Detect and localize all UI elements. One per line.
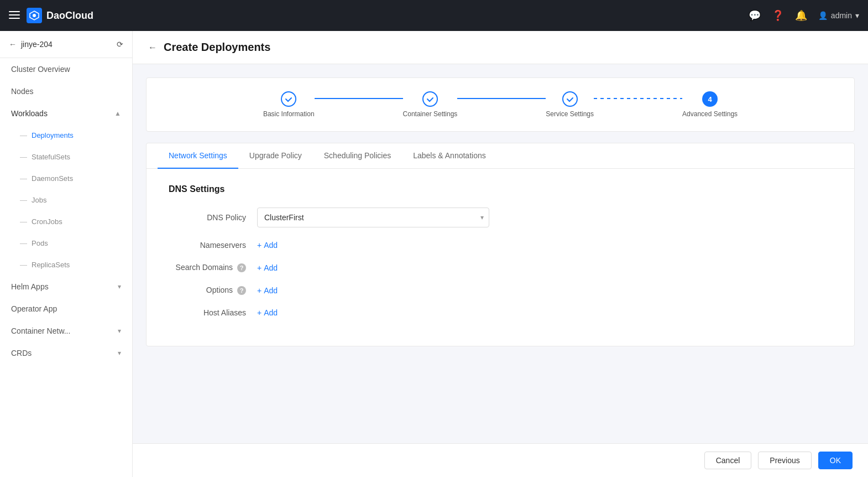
user-name: admin [831,11,852,20]
user-avatar-icon: 👤 [818,11,828,20]
add-label: Add [264,241,278,250]
nav-icons: 💬 ❓ 🔔 👤 admin ▾ [749,9,859,22]
hamburger-menu[interactable] [9,9,20,22]
previous-button[interactable]: Previous [758,452,811,469]
dns-policy-label: DNS Policy [169,213,246,222]
notification-icon[interactable]: 🔔 [795,9,807,22]
step-circle-service-settings [562,91,578,107]
plus-icon: + [257,308,262,317]
search-domains-add-button[interactable]: + Add [257,263,278,272]
sidebar-header: ← jinye-204 ⟳ [0,31,132,58]
dns-policy-select[interactable]: ClusterFirst ClusterFirstWithHostNet Def… [257,208,489,227]
sidebar-item-operator-app[interactable]: Operator App [0,298,132,320]
dash-icon: — [20,217,27,226]
sidebar-item-label: CronJobs [32,217,121,226]
add-label: Add [264,308,278,317]
sidebar-item-helm-apps[interactable]: Helm Apps ▾ [0,276,132,298]
sidebar-item-label: Deployments [32,131,121,139]
add-label: Add [264,286,278,295]
form-row-host-aliases: Host Aliases + Add [169,308,832,317]
host-aliases-add-button[interactable]: + Add [257,308,278,317]
dash-icon: — [20,261,27,269]
sidebar-item-label: Jobs [32,196,121,204]
sidebar-item-cluster-overview[interactable]: Cluster Overview [0,58,132,80]
footer: Cancel Previous OK [133,443,868,477]
tab-upgrade-policy[interactable]: Upgrade Policy [238,143,313,169]
step-label-advanced-settings: Advanced Settings [682,110,738,118]
sidebar-item-label: CRDs [11,349,32,357]
step-connector-3 [594,98,682,99]
add-label: Add [264,263,278,272]
sidebar-item-label: ReplicaSets [32,261,121,269]
dns-policy-select-wrapper: ClusterFirst ClusterFirstWithHostNet Def… [257,208,489,227]
main-content: ← Create Deployments Basic Information C… [133,31,868,477]
step-container-settings: Container Settings [403,91,458,118]
chevron-down-icon: ▾ [855,11,859,20]
svg-rect-2 [9,18,20,19]
sidebar-item-label: Container Netw... [11,326,70,335]
refresh-icon[interactable]: ⟳ [117,40,123,49]
plus-icon: + [257,286,262,295]
dash-icon: — [20,196,27,204]
sidebar-item-crds[interactable]: CRDs ▾ [0,342,132,364]
search-domains-control: + Add [257,263,489,272]
sidebar-item-label: Helm Apps [11,282,49,291]
sidebar-item-replicasets[interactable]: — ReplicaSets [0,254,132,276]
sidebar-item-workloads[interactable]: Workloads ▲ [0,102,132,125]
help-icon[interactable]: ❓ [772,9,784,22]
sidebar-item-nodes[interactable]: Nodes [0,80,132,102]
svg-point-4 [33,14,36,17]
ok-button[interactable]: OK [818,452,853,469]
back-button[interactable]: ← [148,43,157,53]
svg-rect-1 [9,14,20,15]
cancel-button[interactable]: Cancel [704,452,752,469]
tab-scheduling-policies[interactable]: Scheduling Policies [313,143,402,169]
sidebar-item-label: StatefulSets [32,153,121,161]
message-icon[interactable]: 💬 [749,9,761,22]
user-menu[interactable]: 👤 admin ▾ [818,11,859,20]
options-control: + Add [257,286,489,295]
nameservers-control: + Add [257,241,489,250]
sidebar-item-label: Pods [32,239,121,247]
sidebar-item-label: Cluster Overview [11,65,70,74]
search-domains-label: Search Domains ? [169,263,246,272]
sidebar-item-jobs[interactable]: — Jobs [0,189,132,211]
step-advanced-settings: 4 Advanced Settings [682,91,738,118]
dns-policy-control: ClusterFirst ClusterFirstWithHostNet Def… [257,208,489,227]
sidebar-item-statefulsets[interactable]: — StatefulSets [0,146,132,168]
form-row-options: Options ? + Add [169,286,832,295]
tab-network-settings[interactable]: Network Settings [158,143,238,169]
dash-icon: — [20,131,27,139]
step-circle-container-settings [422,91,438,107]
tab-content-network: DNS Settings DNS Policy ClusterFirst Clu… [147,169,854,346]
step-label-container-settings: Container Settings [403,110,458,118]
sidebar: ← jinye-204 ⟳ Cluster Overview Nodes Wor… [0,31,133,477]
chevron-down-icon: ▾ [118,349,121,357]
options-help-icon[interactable]: ? [237,286,246,295]
sidebar-item-daemonsets[interactable]: — DaemonSets [0,168,132,189]
chevron-up-icon: ▲ [114,110,121,117]
sidebar-item-container-netw[interactable]: Container Netw... ▾ [0,320,132,342]
step-connector-1 [315,98,403,99]
sidebar-back-button[interactable]: ← [9,40,17,49]
step-label-service-settings: Service Settings [546,110,594,118]
logo-text: DaoCloud [46,10,93,22]
sidebar-item-cronjobs[interactable]: — CronJobs [0,211,132,232]
nameservers-add-button[interactable]: + Add [257,241,278,250]
chevron-down-icon: ▾ [118,283,121,291]
search-domains-help-icon[interactable]: ? [237,263,246,272]
dash-icon: — [20,153,27,161]
cluster-name: jinye-204 [21,40,53,49]
chevron-down-icon: ▾ [118,327,121,335]
tab-labels-annotations[interactable]: Labels & Annotations [402,143,497,169]
options-label: Options ? [169,286,246,295]
sidebar-item-pods[interactable]: — Pods [0,232,132,254]
page-header: ← Create Deployments [133,31,868,64]
sidebar-item-label: Nodes [11,87,33,96]
tab-bar: Network Settings Upgrade Policy Scheduli… [147,143,854,169]
options-add-button[interactable]: + Add [257,286,278,295]
top-nav: DaoCloud 💬 ❓ 🔔 👤 admin ▾ [0,0,868,31]
page-title: Create Deployments [164,41,270,54]
sidebar-item-deployments[interactable]: — Deployments [0,125,132,146]
host-aliases-label: Host Aliases [169,308,246,317]
